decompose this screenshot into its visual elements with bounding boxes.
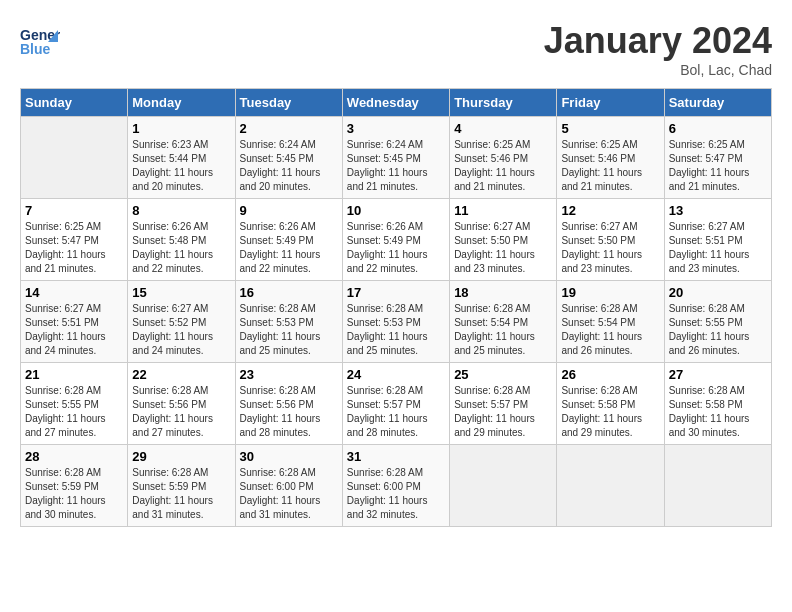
day-number: 7 xyxy=(25,203,123,218)
day-number: 8 xyxy=(132,203,230,218)
day-number: 21 xyxy=(25,367,123,382)
day-info: Sunrise: 6:28 AMSunset: 5:57 PMDaylight:… xyxy=(347,384,445,440)
day-cell: 26Sunrise: 6:28 AMSunset: 5:58 PMDayligh… xyxy=(557,363,664,445)
day-header-tuesday: Tuesday xyxy=(235,89,342,117)
day-cell: 13Sunrise: 6:27 AMSunset: 5:51 PMDayligh… xyxy=(664,199,771,281)
day-cell: 10Sunrise: 6:26 AMSunset: 5:49 PMDayligh… xyxy=(342,199,449,281)
day-number: 20 xyxy=(669,285,767,300)
day-number: 27 xyxy=(669,367,767,382)
day-cell xyxy=(21,117,128,199)
page-header: General Blue January 2024 Bol, Lac, Chad xyxy=(20,20,772,78)
day-cell: 6Sunrise: 6:25 AMSunset: 5:47 PMDaylight… xyxy=(664,117,771,199)
day-info: Sunrise: 6:26 AMSunset: 5:49 PMDaylight:… xyxy=(347,220,445,276)
day-cell: 3Sunrise: 6:24 AMSunset: 5:45 PMDaylight… xyxy=(342,117,449,199)
day-number: 2 xyxy=(240,121,338,136)
day-info: Sunrise: 6:28 AMSunset: 5:58 PMDaylight:… xyxy=(669,384,767,440)
day-cell: 22Sunrise: 6:28 AMSunset: 5:56 PMDayligh… xyxy=(128,363,235,445)
day-number: 6 xyxy=(669,121,767,136)
day-cell: 4Sunrise: 6:25 AMSunset: 5:46 PMDaylight… xyxy=(450,117,557,199)
day-cell xyxy=(450,445,557,527)
day-info: Sunrise: 6:28 AMSunset: 5:56 PMDaylight:… xyxy=(132,384,230,440)
day-info: Sunrise: 6:28 AMSunset: 5:57 PMDaylight:… xyxy=(454,384,552,440)
day-info: Sunrise: 6:28 AMSunset: 5:54 PMDaylight:… xyxy=(454,302,552,358)
day-number: 10 xyxy=(347,203,445,218)
day-info: Sunrise: 6:28 AMSunset: 5:58 PMDaylight:… xyxy=(561,384,659,440)
day-info: Sunrise: 6:28 AMSunset: 6:00 PMDaylight:… xyxy=(240,466,338,522)
logo-icon: General Blue xyxy=(20,20,60,60)
day-info: Sunrise: 6:28 AMSunset: 5:53 PMDaylight:… xyxy=(240,302,338,358)
day-info: Sunrise: 6:27 AMSunset: 5:51 PMDaylight:… xyxy=(669,220,767,276)
day-cell xyxy=(557,445,664,527)
day-info: Sunrise: 6:26 AMSunset: 5:49 PMDaylight:… xyxy=(240,220,338,276)
day-number: 17 xyxy=(347,285,445,300)
day-number: 3 xyxy=(347,121,445,136)
day-cell: 29Sunrise: 6:28 AMSunset: 5:59 PMDayligh… xyxy=(128,445,235,527)
day-info: Sunrise: 6:26 AMSunset: 5:48 PMDaylight:… xyxy=(132,220,230,276)
month-title: January 2024 xyxy=(544,20,772,62)
day-header-monday: Monday xyxy=(128,89,235,117)
day-cell: 25Sunrise: 6:28 AMSunset: 5:57 PMDayligh… xyxy=(450,363,557,445)
day-number: 18 xyxy=(454,285,552,300)
day-cell: 27Sunrise: 6:28 AMSunset: 5:58 PMDayligh… xyxy=(664,363,771,445)
day-info: Sunrise: 6:28 AMSunset: 5:59 PMDaylight:… xyxy=(132,466,230,522)
title-block: January 2024 Bol, Lac, Chad xyxy=(544,20,772,78)
day-cell: 17Sunrise: 6:28 AMSunset: 5:53 PMDayligh… xyxy=(342,281,449,363)
svg-text:Blue: Blue xyxy=(20,41,51,57)
day-cell: 21Sunrise: 6:28 AMSunset: 5:55 PMDayligh… xyxy=(21,363,128,445)
day-cell: 19Sunrise: 6:28 AMSunset: 5:54 PMDayligh… xyxy=(557,281,664,363)
week-row-4: 21Sunrise: 6:28 AMSunset: 5:55 PMDayligh… xyxy=(21,363,772,445)
day-number: 19 xyxy=(561,285,659,300)
day-number: 26 xyxy=(561,367,659,382)
day-number: 23 xyxy=(240,367,338,382)
day-number: 5 xyxy=(561,121,659,136)
day-cell: 18Sunrise: 6:28 AMSunset: 5:54 PMDayligh… xyxy=(450,281,557,363)
day-cell: 5Sunrise: 6:25 AMSunset: 5:46 PMDaylight… xyxy=(557,117,664,199)
location: Bol, Lac, Chad xyxy=(544,62,772,78)
day-info: Sunrise: 6:27 AMSunset: 5:50 PMDaylight:… xyxy=(561,220,659,276)
day-cell: 30Sunrise: 6:28 AMSunset: 6:00 PMDayligh… xyxy=(235,445,342,527)
day-info: Sunrise: 6:28 AMSunset: 5:55 PMDaylight:… xyxy=(669,302,767,358)
day-number: 4 xyxy=(454,121,552,136)
day-number: 9 xyxy=(240,203,338,218)
day-cell: 16Sunrise: 6:28 AMSunset: 5:53 PMDayligh… xyxy=(235,281,342,363)
day-info: Sunrise: 6:28 AMSunset: 5:56 PMDaylight:… xyxy=(240,384,338,440)
header-row: SundayMondayTuesdayWednesdayThursdayFrid… xyxy=(21,89,772,117)
day-info: Sunrise: 6:27 AMSunset: 5:51 PMDaylight:… xyxy=(25,302,123,358)
day-number: 30 xyxy=(240,449,338,464)
day-cell xyxy=(664,445,771,527)
day-number: 25 xyxy=(454,367,552,382)
day-cell: 31Sunrise: 6:28 AMSunset: 6:00 PMDayligh… xyxy=(342,445,449,527)
day-number: 13 xyxy=(669,203,767,218)
day-cell: 24Sunrise: 6:28 AMSunset: 5:57 PMDayligh… xyxy=(342,363,449,445)
day-cell: 8Sunrise: 6:26 AMSunset: 5:48 PMDaylight… xyxy=(128,199,235,281)
day-cell: 2Sunrise: 6:24 AMSunset: 5:45 PMDaylight… xyxy=(235,117,342,199)
day-cell: 15Sunrise: 6:27 AMSunset: 5:52 PMDayligh… xyxy=(128,281,235,363)
week-row-3: 14Sunrise: 6:27 AMSunset: 5:51 PMDayligh… xyxy=(21,281,772,363)
day-number: 28 xyxy=(25,449,123,464)
day-info: Sunrise: 6:28 AMSunset: 6:00 PMDaylight:… xyxy=(347,466,445,522)
day-info: Sunrise: 6:24 AMSunset: 5:45 PMDaylight:… xyxy=(240,138,338,194)
day-cell: 28Sunrise: 6:28 AMSunset: 5:59 PMDayligh… xyxy=(21,445,128,527)
day-info: Sunrise: 6:25 AMSunset: 5:47 PMDaylight:… xyxy=(25,220,123,276)
day-number: 12 xyxy=(561,203,659,218)
day-info: Sunrise: 6:25 AMSunset: 5:46 PMDaylight:… xyxy=(561,138,659,194)
day-header-sunday: Sunday xyxy=(21,89,128,117)
day-number: 29 xyxy=(132,449,230,464)
day-info: Sunrise: 6:25 AMSunset: 5:46 PMDaylight:… xyxy=(454,138,552,194)
day-info: Sunrise: 6:23 AMSunset: 5:44 PMDaylight:… xyxy=(132,138,230,194)
day-number: 1 xyxy=(132,121,230,136)
day-number: 14 xyxy=(25,285,123,300)
day-number: 22 xyxy=(132,367,230,382)
day-info: Sunrise: 6:27 AMSunset: 5:52 PMDaylight:… xyxy=(132,302,230,358)
day-cell: 7Sunrise: 6:25 AMSunset: 5:47 PMDaylight… xyxy=(21,199,128,281)
day-info: Sunrise: 6:28 AMSunset: 5:55 PMDaylight:… xyxy=(25,384,123,440)
week-row-2: 7Sunrise: 6:25 AMSunset: 5:47 PMDaylight… xyxy=(21,199,772,281)
week-row-5: 28Sunrise: 6:28 AMSunset: 5:59 PMDayligh… xyxy=(21,445,772,527)
day-info: Sunrise: 6:28 AMSunset: 5:54 PMDaylight:… xyxy=(561,302,659,358)
day-info: Sunrise: 6:24 AMSunset: 5:45 PMDaylight:… xyxy=(347,138,445,194)
day-header-saturday: Saturday xyxy=(664,89,771,117)
day-info: Sunrise: 6:28 AMSunset: 5:59 PMDaylight:… xyxy=(25,466,123,522)
day-header-wednesday: Wednesday xyxy=(342,89,449,117)
day-cell: 11Sunrise: 6:27 AMSunset: 5:50 PMDayligh… xyxy=(450,199,557,281)
week-row-1: 1Sunrise: 6:23 AMSunset: 5:44 PMDaylight… xyxy=(21,117,772,199)
